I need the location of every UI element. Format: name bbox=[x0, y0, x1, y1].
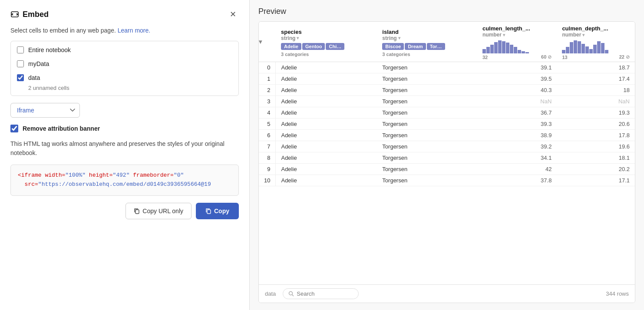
copy-url-icon bbox=[134, 208, 140, 214]
svg-rect-2 bbox=[207, 210, 211, 214]
cell-species: Adelie bbox=[276, 119, 377, 130]
right-panel: Preview ▾ species bbox=[250, 0, 644, 310]
cell-species: Adelie bbox=[276, 107, 377, 119]
search-box[interactable] bbox=[283, 288, 359, 299]
table-row: 7 Adelie Torgersen 39.2 19.6 bbox=[259, 141, 635, 152]
embed-type-select[interactable]: Iframe Script bbox=[10, 103, 80, 118]
table-row: 9 Adelie Torgersen 42 20.2 bbox=[259, 164, 635, 175]
checkbox-mydata[interactable]: myData bbox=[11, 57, 238, 71]
attribution-checkbox[interactable] bbox=[10, 125, 18, 132]
culmen-length-hist bbox=[482, 40, 552, 53]
cell-culmen-length: 42 bbox=[477, 164, 557, 175]
left-panel: Embed ✕ Select cells to embed in any web… bbox=[0, 0, 250, 310]
table-row: 3 Adelie Torgersen NaN NaN bbox=[259, 96, 635, 107]
panel-title: Embed bbox=[10, 10, 49, 19]
collapse-col-header: ▾ bbox=[259, 22, 276, 62]
table-row: 6 Adelie Torgersen 38.9 17.8 bbox=[259, 130, 635, 141]
cell-culmen-length: 39.1 bbox=[477, 62, 557, 73]
cell-island: Torgersen bbox=[377, 73, 477, 85]
table-row: 10 Adelie Torgersen 37.8 17.1 bbox=[259, 175, 635, 186]
checkbox-entire-notebook[interactable]: Entire notebook bbox=[11, 43, 238, 57]
mydata-checkbox[interactable] bbox=[17, 60, 24, 67]
cell-species: Adelie bbox=[276, 85, 377, 96]
cell-culmen-length: 39.2 bbox=[477, 141, 557, 152]
copy-url-only-button[interactable]: Copy URL only bbox=[125, 203, 192, 219]
row-index: 0 bbox=[259, 62, 276, 73]
description-text: This HTML tag works almost anywhere and … bbox=[10, 139, 239, 158]
cell-island: Torgersen bbox=[377, 152, 477, 164]
cell-species: Adelie bbox=[276, 73, 377, 85]
cell-culmen-depth: 20.6 bbox=[557, 119, 635, 130]
cell-culmen-depth: NaN bbox=[557, 96, 635, 107]
row-index: 2 bbox=[259, 85, 276, 96]
cell-culmen-length: NaN bbox=[477, 96, 557, 107]
row-index: 10 bbox=[259, 175, 276, 186]
cell-culmen-depth: 20.2 bbox=[557, 164, 635, 175]
table-row: 0 Adelie Torgersen 39.1 18.7 bbox=[259, 62, 635, 73]
cell-island: Torgersen bbox=[377, 85, 477, 96]
row-index: 7 bbox=[259, 141, 276, 152]
cell-island: Torgersen bbox=[377, 96, 477, 107]
table-row: 8 Adelie Torgersen 34.1 18.1 bbox=[259, 152, 635, 164]
row-index: 9 bbox=[259, 164, 276, 175]
cell-species: Adelie bbox=[276, 62, 377, 73]
learn-more-link[interactable]: Learn more. bbox=[118, 27, 150, 34]
cell-culmen-depth: 19.3 bbox=[557, 107, 635, 119]
panel-title-text: Embed bbox=[23, 10, 49, 19]
footer-data-label: data bbox=[265, 290, 276, 297]
checkbox-data[interactable]: data bbox=[11, 71, 238, 85]
row-index: 1 bbox=[259, 73, 276, 85]
row-index: 3 bbox=[259, 96, 276, 107]
cell-island: Torgersen bbox=[377, 141, 477, 152]
species-cat-pills: Adelie Gentoo Chi… bbox=[281, 43, 372, 50]
cell-culmen-depth: 19.6 bbox=[557, 141, 635, 152]
entire-notebook-checkbox[interactable] bbox=[17, 46, 24, 53]
collapse-icon[interactable]: ▾ bbox=[259, 38, 262, 45]
col-header-culmen-depth: culmen_depth_... number ▾ bbox=[557, 22, 635, 62]
copy-button[interactable]: Copy bbox=[196, 203, 239, 219]
cell-species: Adelie bbox=[276, 130, 377, 141]
cell-island: Torgersen bbox=[377, 119, 477, 130]
code-block: <iframe width="100%" height="492" frameb… bbox=[10, 165, 239, 196]
cell-culmen-depth: 18.7 bbox=[557, 62, 635, 73]
data-table: ▾ species string ▾ bbox=[259, 22, 635, 186]
panel-header: Embed ✕ bbox=[10, 9, 239, 20]
cell-island: Torgersen bbox=[377, 175, 477, 186]
col-header-island: island string ▾ Biscoe Dream Tor… bbox=[377, 22, 477, 62]
close-button[interactable]: ✕ bbox=[227, 9, 239, 20]
copy-icon bbox=[205, 208, 211, 214]
table-row: 5 Adelie Torgersen 39.3 20.6 bbox=[259, 119, 635, 130]
cell-culmen-length: 34.1 bbox=[477, 152, 557, 164]
table-row: 4 Adelie Torgersen 36.7 19.3 bbox=[259, 107, 635, 119]
cell-island: Torgersen bbox=[377, 107, 477, 119]
cell-island: Torgersen bbox=[377, 62, 477, 73]
cell-culmen-length: 38.9 bbox=[477, 130, 557, 141]
table-row: 1 Adelie Torgersen 39.5 17.4 bbox=[259, 73, 635, 85]
cell-island: Torgersen bbox=[377, 164, 477, 175]
row-count: 344 rows bbox=[606, 290, 629, 297]
preview-title: Preview bbox=[258, 7, 635, 16]
data-sublabel: 2 unnamed cells bbox=[11, 85, 238, 94]
search-input[interactable] bbox=[297, 290, 353, 297]
cell-culmen-length: 37.8 bbox=[477, 175, 557, 186]
embed-icon bbox=[10, 10, 19, 19]
cell-species: Adelie bbox=[276, 164, 377, 175]
culmen-depth-hist bbox=[562, 40, 630, 53]
cell-culmen-length: 39.5 bbox=[477, 73, 557, 85]
cell-culmen-depth: 17.1 bbox=[557, 175, 635, 186]
data-checkbox[interactable] bbox=[17, 74, 24, 81]
svg-rect-1 bbox=[135, 210, 139, 214]
preview-container: ▾ species string ▾ bbox=[258, 21, 635, 303]
row-index: 8 bbox=[259, 152, 276, 164]
button-row: Copy URL only Copy bbox=[10, 203, 239, 219]
island-cat-pills: Biscoe Dream Tor… bbox=[382, 43, 472, 50]
table-row: 2 Adelie Torgersen 40.3 18 bbox=[259, 85, 635, 96]
cell-species: Adelie bbox=[276, 152, 377, 164]
svg-line-4 bbox=[292, 295, 294, 297]
col-header-species: species string ▾ Adelie Gentoo Chi… bbox=[276, 22, 377, 62]
cell-species: Adelie bbox=[276, 141, 377, 152]
search-icon bbox=[288, 291, 294, 297]
data-table-wrapper[interactable]: ▾ species string ▾ bbox=[259, 22, 635, 284]
row-index: 5 bbox=[259, 119, 276, 130]
table-footer: data 344 rows bbox=[259, 284, 635, 303]
